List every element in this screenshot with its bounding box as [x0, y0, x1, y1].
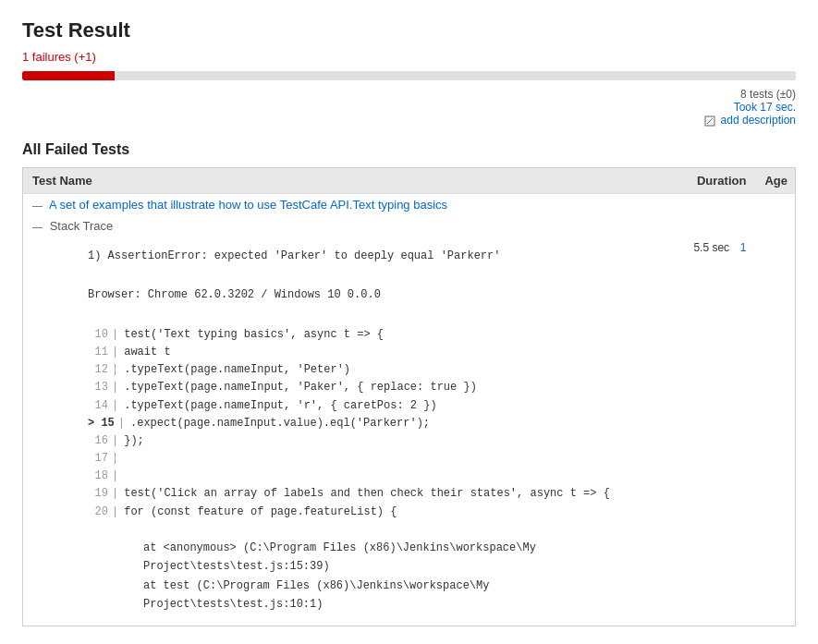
code-line: 12| .typeText(page.nameInput, 'Peter') [88, 361, 663, 379]
line-content: .typeText(page.nameInput, 'r', { caretPo… [124, 397, 436, 415]
page-title: Test Result [22, 18, 796, 43]
line-pipe: | [112, 450, 118, 468]
code-line: 20| for (const feature of page.featureLi… [88, 504, 663, 521]
code-line: 11| await t [88, 344, 663, 361]
line-pipe: | [112, 361, 118, 379]
at-line: at test (C:\Program Files (x86)\Jenkins\… [88, 577, 663, 614]
stack-trace-header: — Stack Trace [23, 215, 796, 237]
line-content: for (const feature of page.featureList) … [124, 504, 397, 521]
code-lines: 10| test('Text typing basics', async t =… [88, 326, 663, 521]
code-line: 10| test('Text typing basics', async t =… [88, 326, 663, 344]
line-number: 14 [88, 397, 108, 415]
code-line: 16| }); [88, 432, 663, 450]
code-line: 13| .typeText(page.nameInput, 'Paker', {… [88, 379, 663, 396]
line-content: await t [124, 344, 170, 361]
code-cell: 1) AssertionError: expected 'Parker' to … [23, 237, 682, 626]
code-block-row: 1) AssertionError: expected 'Parker' to … [23, 237, 796, 626]
line-pipe: | [112, 485, 118, 503]
line-pipe: | [118, 415, 125, 432]
age-link[interactable]: 1 [740, 241, 747, 254]
line-number: 12 [88, 361, 108, 379]
line-pipe: | [112, 468, 118, 485]
fixture-cell: — A set of examples that illustrate how … [23, 194, 796, 216]
assertion-error: 1) AssertionError: expected 'Parker' to … [88, 248, 663, 265]
browser-info: Browser: Chrome 62.0.3202 / Windows 10 0… [88, 283, 663, 308]
at-line: at <anonymous> (C:\Program Files (x86)\J… [88, 539, 663, 577]
col-header-duration: Duration [681, 168, 755, 194]
fixture-link[interactable]: A set of examples that illustrate how to… [49, 198, 447, 212]
line-content: test('Click an array of labels and then … [124, 485, 610, 503]
stack-trace-label: Stack Trace [50, 219, 114, 233]
table-header-row: Test Name Duration Age [23, 168, 796, 194]
tests-count: 8 tests (±0) [22, 88, 796, 101]
line-content: }); [124, 432, 144, 450]
line-content: test('Text typing basics', async t => { [124, 326, 384, 344]
progress-bar [22, 71, 796, 80]
line-pipe: | [112, 397, 118, 415]
took-link[interactable]: Took 17 sec. [734, 101, 796, 114]
col-header-test-name: Test Name [23, 168, 682, 194]
section-title: All Failed Tests [22, 141, 796, 158]
line-number: 18 [88, 468, 108, 485]
edit-icon [704, 115, 715, 127]
line-number: 20 [88, 504, 108, 521]
fixture-row: — A set of examples that illustrate how … [23, 194, 796, 216]
toggle-icon: — [32, 200, 43, 211]
line-number: 13 [88, 379, 108, 396]
progress-bar-fill [22, 71, 115, 80]
col-header-age: Age [755, 168, 795, 194]
line-number: 16 [88, 432, 108, 450]
line-content: .typeText(page.nameInput, 'Paker', { rep… [124, 379, 477, 396]
line-number: 10 [88, 326, 108, 344]
line-content: .expect(page.nameInput.value).eql('Parke… [130, 415, 430, 432]
code-block: 1) AssertionError: expected 'Parker' to … [32, 240, 672, 622]
meta-right: 8 tests (±0) Took 17 sec. add descriptio… [22, 88, 796, 127]
add-description-link[interactable]: add description [721, 114, 796, 127]
line-pipe: | [112, 326, 118, 344]
line-number: 11 [88, 344, 108, 361]
line-pipe: | [112, 504, 118, 521]
test-table: Test Name Duration Age — A set of exampl… [22, 167, 796, 626]
failures-label: 1 failures (+1) [22, 50, 796, 64]
stack-trace-row: — Stack Trace [23, 215, 796, 237]
code-line: 17| [88, 450, 663, 468]
svg-line-1 [707, 118, 713, 124]
line-pipe: | [112, 344, 118, 361]
line-number: > 15 [88, 415, 115, 432]
line-pipe: | [112, 379, 118, 396]
line-pipe: | [112, 432, 118, 450]
at-lines: at <anonymous> (C:\Program Files (x86)\J… [88, 539, 663, 614]
code-line: 14| .typeText(page.nameInput, 'r', { car… [88, 397, 663, 415]
line-number: 17 [88, 450, 108, 468]
duration-age-cell: 5.5 sec 1 [681, 237, 755, 626]
code-line: 18| [88, 468, 663, 485]
line-content: .typeText(page.nameInput, 'Peter') [124, 361, 350, 379]
code-line: > 15| .expect(page.nameInput.value).eql(… [88, 415, 663, 432]
duration-value: 5.5 sec [693, 241, 729, 254]
line-number: 19 [88, 485, 108, 503]
stack-trace-icon: — [32, 221, 43, 232]
code-line: 19| test('Click an array of labels and t… [88, 485, 663, 503]
